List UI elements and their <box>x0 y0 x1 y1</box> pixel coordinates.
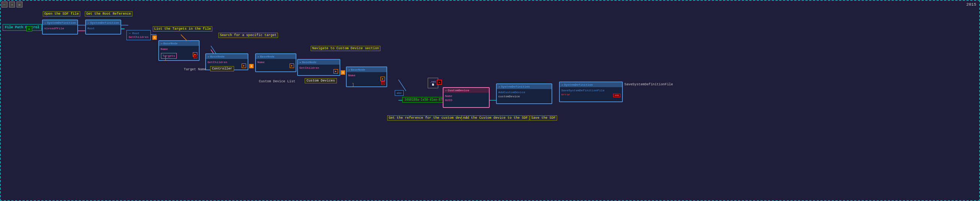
custom-devices-value: Custom Devices <box>305 78 337 83</box>
add-custom-device-method: AddCustomDevice <box>498 91 550 94</box>
custom-device-param: customDevice <box>498 95 550 98</box>
stop-icon[interactable]: ◻ <box>16 2 22 8</box>
base-node-4: → BaseNode GetChildren ▶ <box>297 59 340 76</box>
add-custom-device-body: AddCustomDevice customDevice <box>497 89 552 100</box>
base-node-1-name: Name <box>161 47 197 51</box>
base-node-1-header: → BaseNode <box>159 41 199 46</box>
custom-device-body: Name GUID <box>444 93 489 103</box>
array-indicator-1: i <box>152 35 157 40</box>
root-port-label: Root <box>88 27 119 30</box>
add-custom-device-node: → SystemDefinition AddCustomDevice custo… <box>496 83 552 104</box>
add-custom-device-header: → SystemDefinition <box>497 84 552 89</box>
save-method-label: SaveSystemDefinitionFile <box>561 89 620 92</box>
custom-device-list-label: Custom Device List <box>259 80 295 83</box>
base-node-5: → BaseNode Name ▶ ✕ ] <box>346 67 387 87</box>
targets-label: Targets <box>161 53 177 59</box>
play-btn-2[interactable]: ▶ <box>242 64 246 68</box>
array-bracket-1: ] <box>164 57 167 61</box>
nivssdf-label: nivssdfFile <box>44 27 76 30</box>
base-node-5-header: → BaseNode <box>347 67 387 72</box>
filter-indicator: ✕ <box>437 80 442 85</box>
array-indicator-2: i <box>249 64 254 69</box>
error-indicator-5: ✕ <box>381 81 385 85</box>
system-def-1-body: nivssdfFile <box>43 25 77 32</box>
system-def-1-header: → SystemDefinition <box>43 20 77 25</box>
save-system-def-header: → SystemDefinition <box>560 82 622 87</box>
annotation-navigate-custom: Navigate to Custom Device section <box>311 46 380 51</box>
array-indicator-3: i <box>340 70 345 75</box>
system-def-node-2: → SystemDefinition Root <box>85 19 121 35</box>
system-def-node-1: → SystemDefinition nivssdfFile <box>42 19 78 35</box>
annotation-get-custom-ref: Get the reference for the custom device <box>387 115 469 121</box>
play-btn-5[interactable]: ▶ <box>380 77 385 81</box>
base-node-3: → BaseNode Name ▶ <box>255 53 296 72</box>
file-path-terminal: ▶ <box>26 26 32 32</box>
abc-indicator: abc <box>395 90 404 96</box>
year-label: 2015 <box>966 2 976 7</box>
file-path-control: File Path Control <box>3 24 41 31</box>
save-system-def-node: → SystemDefinition SaveSystemDefinitionF… <box>559 81 623 102</box>
annotation-open-sdf: Open the SDF file <box>43 11 80 16</box>
base-node-3-header: → BaseNode <box>256 54 296 59</box>
annotation-save-sdf: Save the SDF <box>530 115 557 121</box>
base-node-4-header: → BaseNode <box>298 60 340 65</box>
back-icon[interactable]: ← <box>2 2 8 8</box>
get-children-1: GetChildren <box>129 35 149 39</box>
play-btn-4[interactable]: ▶ <box>334 69 338 73</box>
main-canvas: ← ⇒ ◻ 2015 Open the SDF file Get the Roo… <box>0 0 980 201</box>
error-output-label: error <box>561 93 620 96</box>
get-children-3: GetChildren <box>299 66 338 70</box>
base-node-2-header: → BaseNode <box>206 54 248 59</box>
base-node-1: → BaseNode Name ▶ Targets ✕ ] <box>158 40 200 61</box>
play-btn-3[interactable]: ▶ <box>290 64 294 68</box>
controller-value: Controller <box>210 66 234 72</box>
save-error-indicator: ERR <box>613 94 620 97</box>
system-def-2-body: Root <box>86 25 121 32</box>
custom-device-guid-label: GUID <box>445 99 487 102</box>
annotation-get-root: Get the Root Reference <box>85 11 132 16</box>
custom-device-node: → CustomDevice Name GUID <box>443 87 490 108</box>
base-node-5-name: Name <box>348 73 385 77</box>
array-bracket-5: ] <box>352 83 354 87</box>
root-node: → Root GetChildren <box>126 30 151 40</box>
custom-device-header: → CustomDevice <box>444 88 489 93</box>
annotation-add-custom: Add the Custom device to the SDF <box>461 115 530 121</box>
toolbar: ← ⇒ ◻ <box>2 2 22 8</box>
error-indicator-1: ✕ <box>194 55 197 59</box>
target-name-label: Target Name <box>184 68 206 72</box>
annotation-search-target: Search for a specific target <box>218 33 278 38</box>
annotation-list-targets: List the Targets in the file <box>153 26 212 32</box>
base-node-3-name: Name <box>258 61 294 64</box>
system-def-2-header: → SystemDefinition <box>86 20 121 25</box>
forward-icon[interactable]: ⇒ <box>9 2 15 8</box>
get-children-2: GetChildren <box>207 61 246 64</box>
custom-device-name-label: Name <box>445 94 487 98</box>
svg-line-12 <box>398 80 406 91</box>
save-sdf-right-label: SaveSystemDefinitionFile <box>624 83 673 86</box>
base-node-1-body: Name <box>159 46 199 52</box>
